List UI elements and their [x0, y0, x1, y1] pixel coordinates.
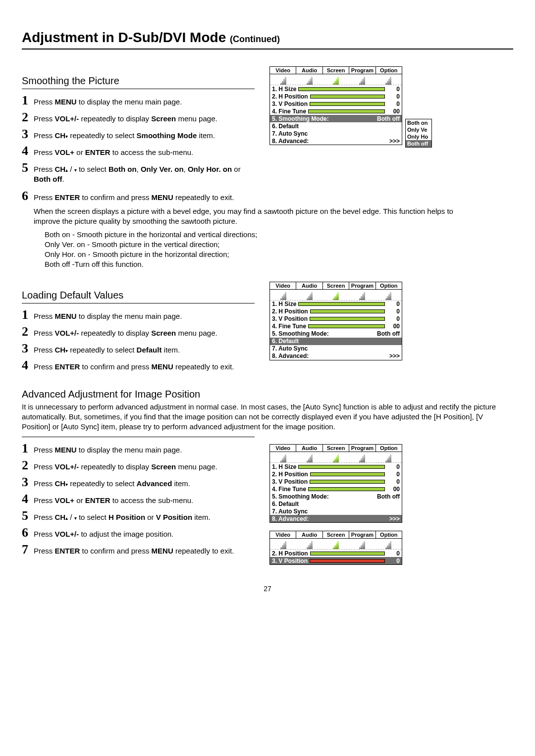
step-text: Press VOL+ or ENTER to access the sub-me… [34, 148, 193, 157]
osd-tab: Audio [296, 531, 322, 538]
osd-row: 3. V Position0 [270, 315, 402, 323]
osd-slider [310, 102, 385, 106]
osd-value: 0 [387, 557, 400, 564]
sub-note: Only Ver. on - Smooth picture in the ver… [45, 240, 513, 250]
step-text: Press CH repeatedly to select Default it… [34, 345, 180, 355]
osd-row: 2. H Position0 [270, 550, 402, 557]
osd-slider [298, 87, 385, 91]
osd-label: 6. Default [272, 123, 299, 130]
smoothing-popup: Both onOnly VeOnly HoBoth off [405, 119, 432, 148]
popup-option: Only Ho [406, 133, 431, 140]
step-text: Press CH / to select H Position or V Pos… [34, 512, 211, 522]
osd-label: 1. H Size [272, 463, 296, 470]
step: 5Press CH / to select H Position or V Po… [22, 509, 255, 522]
osd-row: 3. V Position0 [270, 478, 402, 485]
osd-row: 4. Fine Tune00 [270, 323, 402, 330]
osd-slider [298, 302, 385, 306]
osd-slider [308, 324, 385, 328]
step-number: 3 [22, 128, 34, 141]
step-text: Press ENTER to confirm and press MENU re… [34, 193, 234, 202]
section-smoothing-title: Smoothing the Picture [22, 75, 255, 87]
section-advanced-title: Advanced Adjustment for Image Position [22, 389, 513, 400]
osd-tabs: VideoAudioScreenProgramOption [270, 445, 402, 452]
osd-value: >>> [387, 353, 400, 359]
sub-note: Both on - Smooth picture in the horizont… [45, 230, 513, 240]
osd-value: 0 [387, 93, 400, 100]
divider [22, 89, 255, 89]
step: 6Press VOL+/- to adjust the image positi… [22, 526, 255, 539]
osd-tab: Screen [323, 445, 349, 452]
osd-tab: Option [376, 445, 402, 452]
osd-tabs: VideoAudioScreenProgramOption [270, 67, 402, 74]
osd-tab: Option [376, 531, 402, 538]
osd-rows: 1. H Size02. H Position03. V Position04.… [270, 85, 402, 145]
step-number: 4 [22, 493, 34, 505]
osd-row: 6. Default [270, 122, 402, 130]
popup-option: Both on [406, 119, 431, 126]
step-number: 2 [22, 111, 34, 124]
osd-label: 3. V Position [272, 478, 308, 485]
osd-value: 00 [387, 486, 400, 493]
osd-label: 8. Advanced: [272, 515, 309, 522]
step: 3Press CH repeatedly to select Default i… [22, 342, 255, 355]
osd-value: >>> [387, 515, 400, 522]
divider [22, 303, 255, 303]
osd-label: 6. Default [272, 338, 299, 345]
step-text: Press MENU to display the menu main page… [34, 311, 182, 321]
osd-tab: Audio [296, 67, 322, 74]
osd-label: 1. H Size [272, 86, 296, 93]
osd-label: 5. Smoothing Mode: [272, 115, 329, 122]
step-number: 7 [22, 543, 34, 556]
osd-tabs: VideoAudioScreenProgramOption [270, 282, 402, 290]
step: 3Press CH repeatedly to select Advanced … [22, 476, 255, 489]
osd-label: 6. Default [272, 501, 299, 507]
osd-value: Both off [373, 115, 400, 122]
osd-row: 2. H Position0 [270, 470, 402, 478]
osd-slider [310, 309, 385, 313]
osd-slider [310, 472, 385, 476]
osd-value: 0 [387, 86, 400, 93]
step: 2Press VOL+/- repeatedly to display Scre… [22, 459, 255, 472]
osd-tab: Video [270, 445, 296, 452]
page-number: 27 [22, 585, 513, 593]
osd-row: 1. H Size0 [270, 85, 402, 93]
osd-slider [308, 109, 385, 113]
osd-label: 1. H Size [272, 301, 296, 307]
sub-note: Both off -Turn off this function. [45, 259, 513, 269]
sub-note: Only Hor. on - Smooth picture in the hor… [45, 250, 513, 259]
step-number: 4 [22, 145, 34, 157]
step: 1Press MENU to display the menu main pag… [22, 442, 255, 455]
osd-label: 3. V Position [272, 101, 308, 107]
osd-slider [310, 480, 385, 484]
osd-row: 6. Default [270, 338, 402, 345]
osd-value: Both off [373, 330, 400, 337]
osd-slider [310, 552, 385, 555]
osd-row: 7. Auto Sync [270, 507, 402, 515]
step: 5Press CH / to select Both on, Only Ver.… [22, 161, 255, 184]
step-number: 3 [22, 476, 34, 489]
osd-label: 5. Smoothing Mode: [272, 493, 329, 500]
osd-row: 2. H Position0 [270, 308, 402, 315]
osd-rows: 1. H Size02. H Position03. V Position04.… [270, 463, 402, 522]
step-number: 6 [22, 190, 34, 202]
osd-label: 7. Auto Sync [272, 508, 308, 515]
step-text: Press CH repeatedly to select Smoothing … [34, 131, 215, 141]
osd-label: 4. Fine Tune [272, 108, 306, 115]
osd-value: 0 [387, 101, 400, 107]
step-text: Press CH repeatedly to select Advanced i… [34, 479, 190, 489]
step-text: Press VOL+/- repeatedly to display Scree… [34, 114, 217, 124]
smoothing-note: When the screen displays a picture with … [34, 206, 480, 227]
osd-tab: Option [376, 67, 402, 74]
osd-tab: Screen [323, 531, 349, 538]
osd-slider [308, 487, 385, 491]
osd-tabs: VideoAudioScreenProgramOption [270, 531, 402, 539]
osd-row: 3. V Position0 [270, 100, 402, 107]
step: 2Press VOL+/- repeatedly to display Scre… [22, 111, 255, 124]
osd-graph [270, 74, 402, 85]
osd-tab: Program [349, 67, 375, 74]
osd-graph [270, 452, 402, 463]
section-default-title: Loading Default Values [22, 290, 255, 301]
osd-slider [310, 95, 385, 99]
title-main: Adjustment in D-Sub/DVI Mode [22, 30, 230, 45]
steps-smoothing: 1Press MENU to display the menu main pag… [22, 94, 255, 184]
